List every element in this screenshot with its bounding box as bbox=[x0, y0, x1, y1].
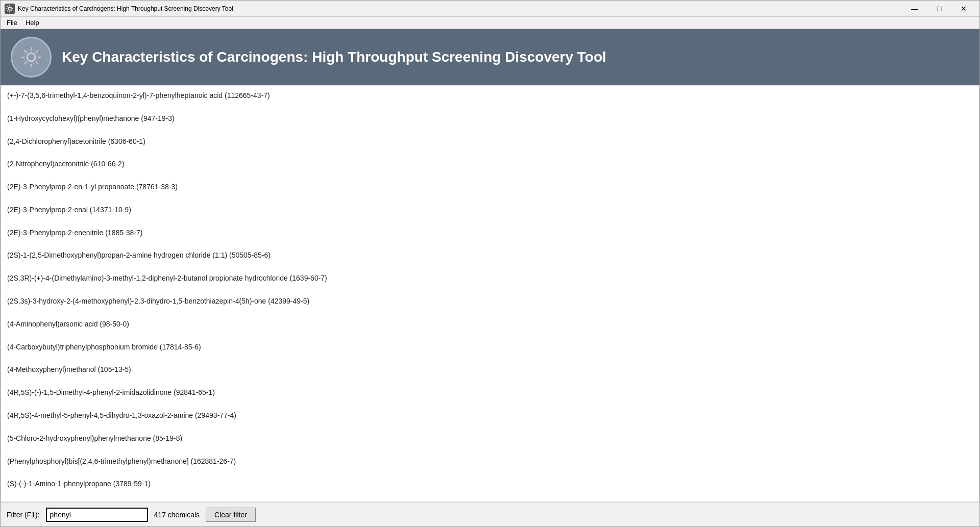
menu-help[interactable]: Help bbox=[21, 18, 43, 28]
list-item[interactable]: (4-Aminophenyl)arsonic acid (98-50-0) bbox=[7, 318, 973, 330]
window-title: Key Characteristics of Carcinogens: High… bbox=[18, 5, 903, 12]
close-button[interactable]: ✕ bbox=[952, 1, 975, 17]
list-item[interactable]: (2S,3R)-(+)-4-(Dimethylamino)-3-methyl-1… bbox=[7, 272, 973, 284]
list-item[interactable]: (2,4-Dichlorophenyl)acetonitrile (6306-6… bbox=[7, 136, 973, 147]
list-item[interactable]: (2S)-1-(2,5-Dimethoxyphenyl)propan-2-ami… bbox=[7, 249, 973, 261]
menu-bar: File Help bbox=[1, 17, 979, 29]
chemicals-count: 417 chemicals bbox=[154, 511, 200, 519]
list-item[interactable]: (S)-(-)-1-Amino-1-phenylpropane (3789-59… bbox=[7, 478, 973, 489]
app-icon bbox=[5, 4, 15, 14]
list-item[interactable]: (2E)-3-Phenylprop-2-enal (14371-10-9) bbox=[7, 204, 973, 215]
minimize-button[interactable]: — bbox=[903, 1, 926, 17]
svg-line-9 bbox=[36, 62, 38, 64]
list-item[interactable]: (2-Nitrophenyl)acetonitrile (610-66-2) bbox=[7, 158, 973, 169]
footer: Filter (F1): 417 chemicals Clear filter bbox=[1, 502, 979, 526]
title-bar: Key Characteristics of Carcinogens: High… bbox=[1, 1, 979, 17]
main-content: (+-)-7-(3,5,6-trimethyl-1,4-benzoquinon-… bbox=[1, 85, 979, 502]
svg-line-10 bbox=[36, 50, 38, 53]
svg-point-1 bbox=[27, 53, 35, 61]
menu-file[interactable]: File bbox=[3, 18, 21, 28]
svg-line-8 bbox=[24, 50, 27, 53]
list-item[interactable]: (2E)-3-Phenylprop-2-enenitrile (1885-38-… bbox=[7, 227, 973, 238]
list-item[interactable]: (Phenylphosphoryl)bis[(2,4,6-trimethylph… bbox=[7, 456, 973, 467]
filter-label: Filter (F1): bbox=[7, 511, 40, 519]
window-controls: — □ ✕ bbox=[903, 1, 975, 17]
list-item[interactable]: (4-Carboxybutyl)triphenylphosphonium bro… bbox=[7, 341, 973, 353]
main-window: Key Characteristics of Carcinogens: High… bbox=[0, 0, 980, 527]
chemical-list[interactable]: (+-)-7-(3,5,6-trimethyl-1,4-benzoquinon-… bbox=[1, 85, 979, 502]
list-item[interactable]: (1-Hydroxycyclohexyl)(phenyl)methanone (… bbox=[7, 113, 973, 124]
filter-input[interactable] bbox=[46, 508, 148, 522]
list-item[interactable]: (+-)-7-(3,5,6-trimethyl-1,4-benzoquinon-… bbox=[7, 90, 973, 101]
list-item[interactable]: (4R,5S)-(-)-1,5-Dimethyl-4-phenyl-2-imid… bbox=[7, 387, 973, 398]
app-logo bbox=[11, 37, 52, 78]
list-item[interactable]: (2S,3s)-3-hydroxy-2-(4-methoxyphenyl)-2,… bbox=[7, 295, 973, 307]
svg-line-11 bbox=[24, 62, 27, 64]
list-item[interactable]: (4R,5S)-4-methyl-5-phenyl-4,5-dihydro-1,… bbox=[7, 410, 973, 421]
list-item[interactable]: (2E)-3-Phenylprop-2-en-1-yl propanoate (… bbox=[7, 181, 973, 192]
list-item[interactable]: (4-Methoxyphenyl)methanol (105-13-5) bbox=[7, 364, 973, 375]
maximize-button[interactable]: □ bbox=[927, 1, 951, 17]
app-header: Key Characteristics of Carcinogens: High… bbox=[1, 29, 979, 85]
svg-point-0 bbox=[8, 7, 11, 10]
list-item[interactable]: (5-Chloro-2-hydroxyphenyl)phenylmethanon… bbox=[7, 433, 973, 444]
clear-filter-button[interactable]: Clear filter bbox=[206, 508, 256, 522]
app-title: Key Characteristics of Carcinogens: High… bbox=[62, 49, 606, 65]
